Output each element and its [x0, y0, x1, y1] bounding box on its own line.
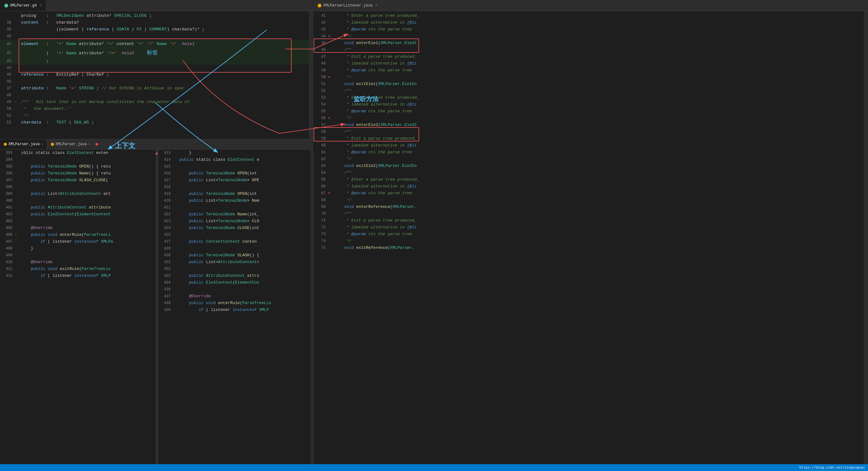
bottom-tab-bar-left: XMLParser.java × XMLParser.java ×	[0, 139, 313, 150]
code-line: 56 ● */	[313, 115, 868, 122]
code-line: 55 * @param ctx the parse tree	[313, 108, 868, 115]
tab-g4-label: XMLParser.g4	[10, 3, 37, 8]
code-line: 42 | '<' Name attribute* '/>' #ele2 标签	[0, 49, 313, 58]
code-line: 52 chardata : TEXT | SEA_WS ;	[0, 119, 313, 126]
tab-bottom-xmlparser-1[interactable]: XMLParser.java ×	[0, 139, 47, 149]
code-line: 431 public List<AttributeContext>	[158, 259, 313, 265]
code-line: 414 public static class Ele1Context e	[158, 156, 313, 163]
code-line: 53 * Enter a parse tree produced_	[313, 94, 868, 101]
code-line: 69 void enterReference(XMLParser.	[313, 203, 868, 210]
code-line: 395 public TerminalNode OPEN() { retu	[0, 163, 158, 170]
code-line: 418	[158, 184, 313, 190]
right-panel-code: 41 * Enter a parse tree produced_ 42 * l…	[313, 11, 868, 464]
code-line: 422 public TerminalNode Name(int_	[158, 211, 313, 218]
code-line: 438 public void enterRule(ParseTreeLis	[158, 300, 313, 307]
code-line: 408 }	[0, 245, 158, 252]
code-line: 44	[0, 65, 313, 71]
code-line: 51 void exitEle1(XMLParser.Ele1Co	[313, 81, 868, 88]
code-line: 65 * Enter a parse tree produced_	[313, 176, 868, 183]
code-line: 393 pblic static class Ele2Context exten	[0, 150, 158, 156]
code-line: 51 */	[0, 112, 313, 119]
code-line: 420 public List<TerminalNode> Nam	[158, 197, 313, 204]
code-line: 48 * labeled alternative in {@li	[313, 60, 868, 67]
tab-listener-close[interactable]: ×	[375, 4, 377, 7]
code-line: 47 * Exit a parse tree produced_	[313, 53, 868, 60]
code-line: 63 void exitEle2(XMLParser.Ele2Co	[313, 163, 868, 169]
tab-g4-close[interactable]: ×	[40, 4, 41, 7]
tab-bottom1-label: XMLParser.java	[8, 142, 40, 147]
code-line: 38 content : chardata?	[0, 19, 313, 26]
code-line: 43 * @param ctx the parse tree	[313, 26, 868, 33]
code-line: 399 public List<AttributeContext> att	[0, 190, 158, 197]
code-line: 398	[0, 184, 158, 190]
code-line: 416 public TerminalNode OPEN(int	[158, 170, 313, 177]
code-line: 433 public AttributeContext attri	[158, 273, 313, 279]
code-line: 66 * labeled alternative in {@li	[313, 183, 868, 190]
code-line: 43 ;	[0, 58, 313, 65]
code-line: 61 * @param ctx the parse tree	[313, 149, 868, 156]
code-line: 409	[0, 252, 158, 259]
tab-bottom2-icon	[51, 143, 54, 146]
code-line: 74 */	[313, 238, 868, 245]
code-line: 68 */	[313, 197, 868, 203]
code-line: 413 }	[158, 150, 313, 156]
status-bar: https://blog.csdn.net/yingyuguai	[0, 464, 868, 471]
code-line: 403	[0, 218, 158, 225]
tab-bottom2-label: XMLParser.java	[56, 142, 87, 147]
code-line: 396 public TerminalNode Name() { retu	[0, 170, 158, 177]
code-line: 67 ● * @param ctx the parse tree	[313, 190, 868, 197]
code-line: 58 /**	[313, 128, 868, 135]
code-line: 41 element : '<' Name attribute* '>' con…	[0, 40, 313, 49]
code-line: 59 * Exit a parse tree produced_	[313, 135, 868, 142]
code-line: 402 public Ele2Context(ElementContext	[0, 211, 158, 218]
code-line: 75 void exitReference(XMLParser.	[313, 245, 868, 251]
code-line: 427 public ContentContext conten	[158, 238, 313, 245]
code-line: 71 * Exit a parse tree produced_	[313, 217, 868, 224]
code-line: 60 * labeled alternative in {@li	[313, 142, 868, 149]
code-line: 50 * the document.''	[0, 105, 313, 112]
code-line: 419 public TerminalNode OPEN(int	[158, 190, 313, 197]
grammar-editor: prolog : XMLDeclOpen attribute* SPECIAL_…	[0, 11, 313, 139]
code-line: 423 public List<TerminalNode> CLO	[158, 218, 313, 225]
code-line: 47 attribute : Name '=' STRING ; // Our …	[0, 85, 313, 92]
code-line: 439 if ( listener instanceof XMLP	[158, 307, 313, 313]
code-line: 432	[158, 265, 313, 273]
code-line: 42 * labeled alternative in {@li	[313, 19, 868, 26]
code-line: 39 ((element | reference | CDATA | PI | …	[0, 26, 313, 33]
code-line: 40	[0, 33, 313, 40]
code-line: 46 /**	[313, 46, 868, 53]
tab-bottom1-icon	[4, 143, 7, 146]
status-url: https://blog.csdn.net/yingyuguai	[800, 466, 865, 469]
code-line: 428	[158, 245, 313, 252]
code-line: 425	[158, 231, 313, 238]
code-line: 45 void enterEle1(XMLParser.Ele1C	[313, 40, 868, 46]
code-line: 400	[0, 197, 158, 204]
code-line: 48	[0, 92, 313, 99]
code-line: 52 /**	[313, 88, 868, 94]
tab-bottom2-close[interactable]: ×	[88, 143, 90, 146]
code-line: 397 public TerminalNode SLASH_CLOSE(	[0, 177, 158, 184]
code-line: 430 public TerminalNode SLASH() {	[158, 252, 313, 259]
code-line: 394	[0, 156, 158, 163]
code-line: 417 public List<TerminalNode> OPE	[158, 177, 313, 184]
code-line: 437 @Override	[158, 293, 313, 300]
tab-xmlparser-g4[interactable]: XMLParser.g4 ×	[0, 0, 46, 11]
code-line: 41 * Enter a parse tree produced_	[313, 11, 868, 19]
tab-bottom1-close[interactable]: ×	[41, 143, 43, 146]
shang-xia-wen-label: 上下文	[115, 141, 135, 151]
code-line: 435	[158, 286, 313, 293]
code-line: 49 ⊳ /** ``All text that is not markup c…	[0, 99, 313, 105]
code-line: 411 public void exitRule(ParseTreeLis	[0, 265, 158, 273]
code-line: 407 if ( listener instanceof XMLPa	[0, 238, 158, 245]
code-line: 70 /**	[313, 210, 868, 217]
code-line: 57 void enterEle2(XMLParser.Ele2C	[313, 122, 868, 128]
code-line: 49 * @param ctx the parse tree	[313, 67, 868, 74]
bottom-left-code: 393 pblic static class Ele2Context exten…	[0, 150, 158, 464]
code-line: 72 * labeled alternative in {@li	[313, 224, 868, 231]
code-line: 412 if ( listener instanceof XMLP	[0, 273, 158, 279]
tab-bottom-xmlparser-2[interactable]: XMLParser.java ×	[47, 139, 94, 149]
tab-xmlparserlistener-java[interactable]: XMLParserListener.java ×	[313, 0, 382, 11]
code-line: 54 * labeled alternative in {@li	[313, 101, 868, 108]
tab-g4-icon	[4, 4, 8, 7]
code-line: 50 ● */	[313, 74, 868, 81]
